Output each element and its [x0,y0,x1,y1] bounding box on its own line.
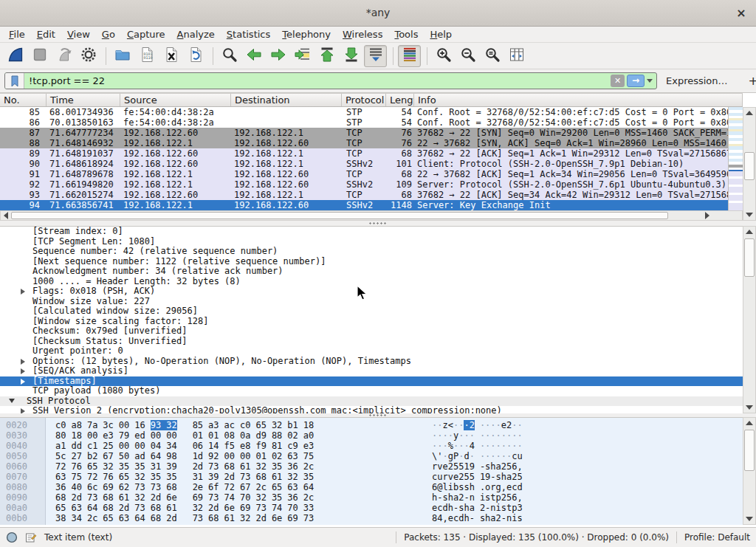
detail-line[interactable]: Acknowledgment number: 34 (relative ack … [0,266,743,277]
resize-columns-button[interactable] [505,45,528,67]
detail-line[interactable]: SSH Protocol [0,396,743,407]
add-filter-button[interactable]: + [743,74,756,88]
expand-expanded-icon[interactable] [9,399,15,403]
menu-help[interactable]: Help [424,27,458,41]
zoom-original-button[interactable] [481,45,504,67]
hex-row[interactable]: 00b038342c656364682d736861322d6e697384,e… [0,513,743,523]
scroll-up-icon[interactable] [746,421,753,425]
packet-row[interactable]: 9071.648618924192.168.122.60192.168.122.… [0,159,728,169]
go-first-button[interactable] [315,45,338,67]
menu-analyze[interactable]: Analyze [171,27,221,41]
packet-list-hscrollbar[interactable] [0,210,743,221]
go-forward-button[interactable] [267,45,289,67]
packet-row[interactable]: 8971.648191037192.168.122.60192.168.122.… [0,148,728,159]
scroll-up-icon[interactable] [746,111,753,115]
pane-splitter[interactable] [0,221,756,226]
expert-info-icon[interactable] [6,531,18,543]
titlebar[interactable]: *any × [0,0,756,27]
zoom-out-button[interactable] [456,45,479,67]
detail-line[interactable]: [Calculated window size: 29056] [0,306,743,317]
detail-line[interactable]: Sequence number: 42 (relative sequence n… [0,247,743,257]
scroll-up-icon[interactable] [746,230,753,234]
close-window-button[interactable]: × [734,6,749,21]
scroll-thumb[interactable] [744,152,755,180]
packet-row[interactable]: 8871.648146932192.168.122.1192.168.122.6… [0,138,728,148]
packet-row[interactable]: 9371.662015274192.168.122.60192.168.122.… [0,190,728,200]
detail-line[interactable]: Options: (12 bytes), No-Operation (NOP),… [0,357,743,367]
hex-row[interactable]: 006072766532353531392d7368613235362crve2… [0,461,743,472]
column-header-no[interactable]: No. [0,94,47,106]
column-header-protocol[interactable]: Protocol [342,94,386,106]
column-header-source[interactable]: Source [120,94,231,106]
scroll-thumb[interactable] [744,430,755,471]
display-filter-field[interactable]: !tcp.port == 22 ✕ → [4,72,657,89]
filter-clear-button[interactable]: ✕ [611,75,625,87]
go-back-button[interactable] [242,45,265,67]
scroll-left-icon[interactable] [4,212,8,219]
menu-tools[interactable]: Tools [388,27,424,41]
detail-line[interactable]: 1000 .... = Header Length: 32 bytes (8) [0,277,743,287]
hex-row[interactable]: 0020c0a87a3c0016933285a3acc06532b118··z<… [0,420,743,430]
file-close-button[interactable] [159,45,182,67]
file-reload-button[interactable] [184,45,207,67]
menu-edit[interactable]: Edit [31,27,61,41]
capture-stop-button[interactable] [28,45,51,67]
expand-collapsed-icon[interactable] [21,359,25,365]
packet-row[interactable]: 9271.661949820192.168.122.1192.168.122.6… [0,179,728,190]
file-save-button[interactable]: 01010110 [135,45,158,67]
packet-row[interactable]: 9171.648789678192.168.122.1192.168.122.6… [0,169,728,179]
auto-scroll-button[interactable] [364,45,387,67]
expand-collapsed-icon[interactable] [21,408,25,413]
bytes-vscrollbar[interactable] [743,417,756,525]
scroll-down-icon[interactable] [746,213,753,217]
capture-options-button[interactable] [77,45,100,67]
column-header-time[interactable]: Time [47,94,120,106]
detail-line[interactable]: Window size value: 227 [0,297,743,307]
menu-view[interactable]: View [61,27,96,41]
details-vscrollbar[interactable] [743,226,756,413]
scroll-down-icon[interactable] [746,517,753,521]
menu-statistics[interactable]: Statistics [221,27,276,41]
expand-collapsed-icon[interactable] [21,368,25,374]
hex-row[interactable]: 00a0656364682d736861322d6e6973747033ecdh… [0,503,743,513]
expression-button[interactable]: Expression… [666,75,728,86]
file-open-button[interactable] [111,45,134,67]
detail-line[interactable]: [TCP Segment Len: 1080] [0,237,743,247]
menu-capture[interactable]: Capture [121,27,171,41]
detail-line[interactable]: TCP payload (1080 bytes) [0,386,743,396]
column-header-destination[interactable]: Destination [231,94,342,106]
packet-list-vscrollbar[interactable] [743,107,756,221]
scroll-thumb[interactable] [744,238,755,277]
detail-line[interactable]: SSH Version 2 (encryption:chacha20-poly1… [0,406,743,413]
find-packet-button[interactable] [218,45,241,67]
hscroll-thumb[interactable] [11,212,668,219]
column-header-length[interactable]: Length [386,94,414,106]
status-profile[interactable]: Profile: Default [684,532,750,543]
expand-collapsed-icon[interactable] [21,379,25,385]
filter-apply-button[interactable]: → [627,75,645,87]
packet-list-minimap[interactable] [728,107,743,210]
menu-go[interactable]: Go [96,27,121,41]
filter-bookmark-button[interactable] [5,73,24,89]
detail-line[interactable]: [Checksum Status: Unverified] [0,337,743,347]
hex-row[interactable]: 0030801800e379ed00000101080ad98802a0····… [0,430,743,441]
packet-row[interactable]: 8670.013850163fe:54:00:d4:38:2aSTP54Conf… [0,117,728,128]
menu-file[interactable]: File [3,27,31,41]
hex-row[interactable]: 0040a1ddc125000004340614f5e8f981c9e3···%… [0,441,743,451]
capture-restart-button[interactable] [52,45,75,67]
filter-dropdown-icon[interactable] [647,79,653,83]
detail-line[interactable]: [Timestamps] [0,376,743,387]
capture-start-button[interactable] [4,45,27,67]
packet-row[interactable]: 8771.647777234192.168.122.60192.168.122.… [0,128,728,138]
detail-line[interactable]: Urgent pointer: 0 [0,346,743,357]
menu-wireless[interactable]: Wireless [337,27,388,41]
packet-row[interactable]: 8568.001734936fe:54:00:d4:38:2aSTP54Conf… [0,107,728,117]
detail-line[interactable]: [Stream index: 0] [0,227,743,237]
menu-telephony[interactable]: Telephony [276,27,337,41]
scroll-right-icon[interactable] [705,212,709,219]
hex-row[interactable]: 0090682d736861322d6e697374703235362ch-sh… [0,492,743,503]
packet-row[interactable]: 9471.663856741192.168.122.1192.168.122.6… [0,200,728,210]
column-header-info[interactable]: Info [414,94,743,106]
colorize-button[interactable] [398,45,421,67]
scroll-down-icon[interactable] [746,405,753,410]
